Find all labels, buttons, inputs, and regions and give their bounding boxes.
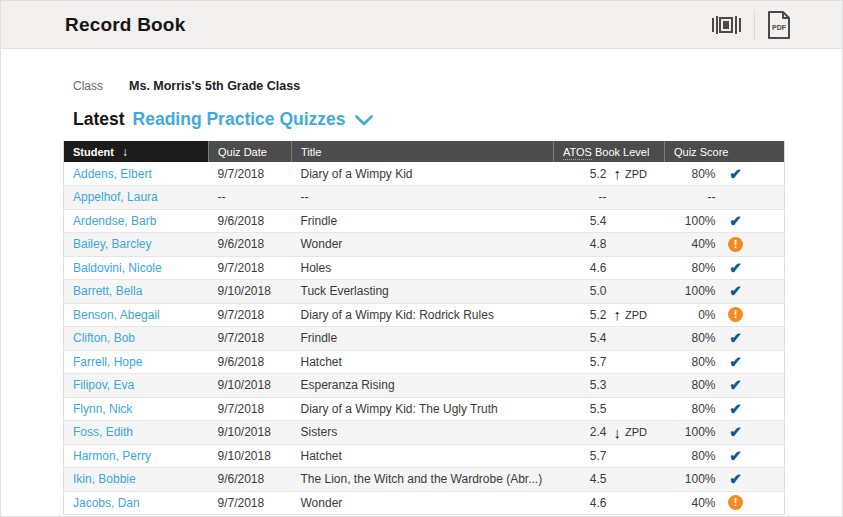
student-link[interactable]: Baldovini, Nicole <box>73 261 162 275</box>
student-link[interactable]: Ardendse, Barb <box>73 214 156 228</box>
table-row: Appelhof, Laura -- -- -- -- <box>64 186 785 210</box>
zpd-indicator: ↓ ZPD <box>614 425 664 440</box>
student-link[interactable]: Appelhof, Laura <box>73 190 158 204</box>
status-icon-slot: ! <box>716 307 756 322</box>
atos-level-cell: 2.4 ↓ ZPD <box>554 421 665 445</box>
quiz-title-cell: Wonder <box>292 491 554 515</box>
quiz-score-value: 80% <box>674 261 716 275</box>
atos-level-cell: 5.3 <box>554 374 665 398</box>
passed-check-icon: ✔ <box>729 259 742 276</box>
atos-level-cell: 5.2 ↑ ZPD <box>554 303 665 327</box>
quiz-score-cell: 40% ! <box>665 491 785 515</box>
quiz-title-cell: Diary of a Wimpy Kid <box>292 162 554 186</box>
page-title: Record Book <box>65 14 185 36</box>
quiz-score-cell: 0% ! <box>665 303 785 327</box>
quiz-score-cell: 100% ✔ <box>665 209 785 233</box>
status-icon-slot: ✔ <box>716 212 756 230</box>
quiz-score-cell: 80% ✔ <box>665 350 785 374</box>
quiz-title-cell: Holes <box>292 256 554 280</box>
passed-check-icon: ✔ <box>729 165 742 182</box>
quiz-score-cell: 80% ✔ <box>665 374 785 398</box>
student-link[interactable]: Benson, Abegail <box>73 308 160 322</box>
quiz-title-cell: Frindle <box>292 327 554 351</box>
zpd-arrow-icon: ↑ <box>614 166 622 181</box>
zpd-label: ZPD <box>625 168 647 180</box>
student-link[interactable]: Flynn, Nick <box>73 402 132 416</box>
table-row: Filipov, Eva 9/10/2018 Esperanza Rising … <box>64 374 785 398</box>
student-link[interactable]: Farrell, Hope <box>73 355 142 369</box>
class-row: Class Ms. Morris's 5th Grade Class <box>73 79 842 93</box>
table-header: Student↓ Quiz Date Title ATOS Book Level… <box>64 141 785 162</box>
column-header-atos-book-level[interactable]: ATOS Book Level <box>554 141 665 162</box>
column-header-quiz-score[interactable]: Quiz Score <box>665 141 785 162</box>
table-row: Foss, Edith 9/10/2018 Sisters 2.4 ↓ ZPD … <box>64 421 785 445</box>
status-icon-slot: ✔ <box>716 400 756 418</box>
student-link[interactable]: Filipov, Eva <box>73 378 134 392</box>
quiz-score-value: 100% <box>674 214 716 228</box>
passed-check-icon: ✔ <box>729 212 742 229</box>
status-icon-slot: ✔ <box>716 423 756 441</box>
student-link[interactable]: Addens, Elbert <box>73 167 152 181</box>
atos-level-value: 5.7 <box>563 355 607 369</box>
table-row: Farrell, Hope 9/6/2018 Hatchet 5.7 80% ✔ <box>64 350 785 374</box>
atos-level-value: 5.4 <box>563 331 607 345</box>
warning-alert-icon: ! <box>728 307 743 322</box>
quiz-score-value: 80% <box>674 355 716 369</box>
quiz-title-cell: Diary of a Wimpy Kid: The Ugly Truth <box>292 397 554 421</box>
quiz-date-cell: 9/6/2018 <box>209 350 292 374</box>
report-type-label: Reading Practice Quizzes <box>133 109 346 130</box>
top-bar: Record Book <box>1 1 842 49</box>
quiz-score-cell: 80% ✔ <box>665 397 785 421</box>
atos-level-value: 5.3 <box>563 378 607 392</box>
quiz-table: Student↓ Quiz Date Title ATOS Book Level… <box>63 141 784 515</box>
section-heading: Latest Reading Practice Quizzes <box>73 109 842 130</box>
student-link[interactable]: Ikin, Bobbie <box>73 472 136 486</box>
quiz-date-cell: 9/6/2018 <box>209 468 292 492</box>
student-link[interactable]: Jacobs, Dan <box>73 496 140 510</box>
quiz-date-cell: 9/10/2018 <box>209 374 292 398</box>
status-icon-slot: ! <box>716 237 756 252</box>
student-link[interactable]: Bailey, Barcley <box>73 237 151 251</box>
quiz-date-cell: 9/6/2018 <box>209 209 292 233</box>
quiz-score-cell: 80% ✔ <box>665 444 785 468</box>
quiz-score-cell: 80% ✔ <box>665 256 785 280</box>
status-icon-slot: ✔ <box>716 329 756 347</box>
atos-level-cell: 5.2 ↑ ZPD <box>554 162 665 186</box>
record-book-page: Record Book <box>0 0 843 517</box>
quiz-title-cell: Sisters <box>292 421 554 445</box>
quiz-score-cell: 40% ! <box>665 233 785 257</box>
atos-level-value: 4.6 <box>563 496 607 510</box>
quiz-date-cell: 9/7/2018 <box>209 397 292 421</box>
student-link[interactable]: Foss, Edith <box>73 425 133 439</box>
column-header-title[interactable]: Title <box>292 141 554 162</box>
quiz-score-value: 40% <box>674 496 716 510</box>
quiz-date-cell: 9/10/2018 <box>209 421 292 445</box>
quiz-date-cell: 9/7/2018 <box>209 327 292 351</box>
quiz-score-value: 80% <box>674 167 716 181</box>
atos-level-value: 4.6 <box>563 261 607 275</box>
report-type-dropdown[interactable]: Reading Practice Quizzes <box>133 109 373 130</box>
barcode-scan-icon[interactable] <box>712 16 742 34</box>
pdf-export-icon[interactable]: PDF <box>767 11 791 39</box>
student-link[interactable]: Clifton, Bob <box>73 331 135 345</box>
atos-level-cell: 5.4 <box>554 209 665 233</box>
atos-level-value: -- <box>563 190 607 204</box>
status-icon-slot: ! <box>716 495 756 510</box>
warning-alert-icon: ! <box>728 237 743 252</box>
student-link[interactable]: Barrett, Bella <box>73 284 142 298</box>
table-row: Barrett, Bella 9/10/2018 Tuck Everlastin… <box>64 280 785 304</box>
quiz-score-cell: 100% ✔ <box>665 468 785 492</box>
atos-level-value: 2.4 <box>563 425 607 439</box>
atos-level-value: 5.2 <box>563 308 607 322</box>
atos-level-cell: 4.6 <box>554 256 665 280</box>
quiz-score-cell: 100% ✔ <box>665 280 785 304</box>
quiz-score-value: 100% <box>674 425 716 439</box>
student-link[interactable]: Harmon, Perry <box>73 449 151 463</box>
column-header-student[interactable]: Student↓ <box>64 141 209 162</box>
passed-check-icon: ✔ <box>729 447 742 464</box>
column-header-quiz-date[interactable]: Quiz Date <box>209 141 292 162</box>
svg-text:PDF: PDF <box>772 24 787 31</box>
atos-level-cell: 5.4 <box>554 327 665 351</box>
table-row: Ardendse, Barb 9/6/2018 Frindle 5.4 100%… <box>64 209 785 233</box>
atos-level-value: 5.2 <box>563 167 607 181</box>
